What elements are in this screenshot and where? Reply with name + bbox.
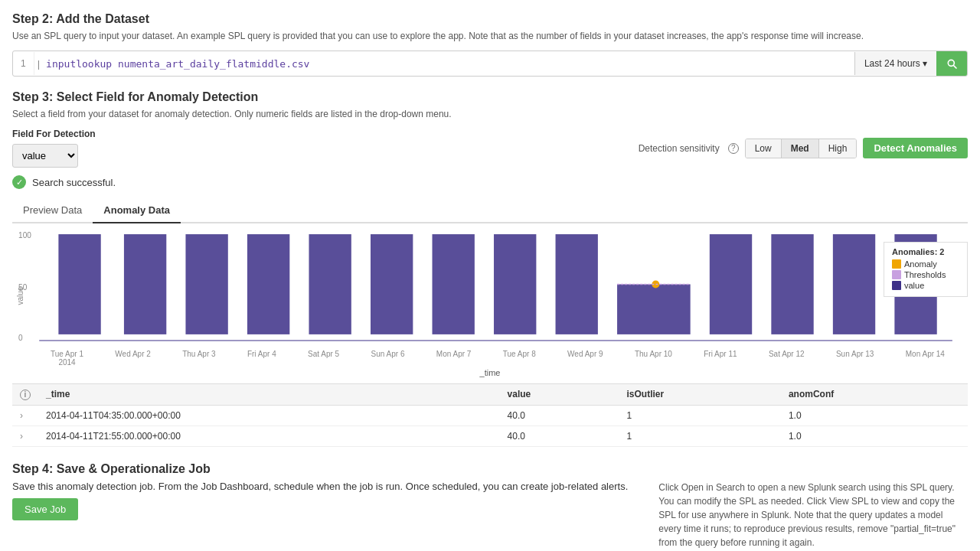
x-label-2: Thu Apr 3	[182, 350, 215, 367]
svg-rect-16	[771, 234, 813, 334]
success-message: ✓ Search successful.	[12, 175, 968, 189]
legend-anomaly: Anomaly	[892, 259, 959, 269]
step2-title: Step 2: Add the Dataset	[12, 12, 968, 26]
svg-text:0: 0	[18, 334, 23, 342]
svg-text:100: 100	[18, 231, 31, 240]
x-label-6: Mon Apr 7	[436, 350, 472, 367]
detect-anomalies-button[interactable]: Detect Anomalies	[863, 138, 968, 158]
svg-rect-17	[833, 234, 875, 334]
x-label-11: Sat Apr 12	[769, 350, 805, 367]
spl-query-input[interactable]	[43, 52, 854, 76]
row2-value: 40.0	[500, 425, 619, 446]
svg-rect-6	[185, 234, 227, 334]
svg-rect-9	[371, 234, 413, 334]
step4-left: Save this anomaly detection job. From th…	[12, 481, 628, 520]
tab-preview-data[interactable]: Preview Data	[12, 198, 93, 223]
table-row: › 2014-04-11T21:55:00.000+00:00 40.0 1 1…	[12, 425, 968, 446]
col-isoutlier: isOutlier	[619, 384, 781, 406]
svg-rect-11	[494, 234, 536, 334]
step3-description: Select a field from your dataset for ano…	[12, 109, 968, 119]
row1-anomconf: 1.0	[781, 405, 968, 425]
svg-rect-4	[58, 234, 100, 334]
row1-value: 40.0	[500, 405, 619, 425]
step4-title: Step 4: Save & Operationalize Job	[12, 462, 968, 476]
legend-value-label: value	[904, 281, 924, 290]
x-label-7: Tue Apr 8	[503, 350, 536, 367]
legend-thresholds-label: Thresholds	[904, 270, 946, 279]
save-job-button[interactable]: Save Job	[12, 498, 78, 520]
spl-line-number: 1	[13, 52, 34, 75]
x-label-12: Sun Apr 13	[836, 350, 874, 367]
legend-thresholds-color	[892, 270, 901, 279]
info-icon[interactable]: i	[20, 390, 31, 400]
row2-anomconf: 1.0	[781, 425, 968, 446]
row2-time: 2014-04-11T21:55:00.000+00:00	[38, 425, 500, 446]
sensitivity-low-button[interactable]: Low	[746, 139, 782, 158]
step4-left-description: Save this anomaly detection job. From th…	[12, 481, 628, 492]
col-time: _time	[38, 384, 500, 406]
anomaly-table: i _time value isOutlier anomConf › 2014-…	[12, 383, 968, 447]
col-info: i	[12, 384, 38, 406]
x-label-4: Sat Apr 5	[308, 350, 339, 367]
row1-expand[interactable]: ›	[12, 405, 38, 425]
x-label-8: Wed Apr 9	[567, 350, 603, 367]
row2-expand[interactable]: ›	[12, 425, 38, 446]
x-label-0: Tue Apr 12014	[51, 350, 83, 367]
svg-rect-13	[617, 284, 691, 334]
col-anomconf: anomConf	[781, 384, 968, 406]
legend-thresholds: Thresholds	[892, 270, 959, 279]
x-label-5: Sun Apr 6	[371, 350, 405, 367]
field-left: Field For Detection value	[12, 129, 96, 168]
step4-right-description: Click Open in Search to open a new Splun…	[658, 481, 968, 549]
svg-rect-5	[124, 234, 166, 334]
tab-anomaly-data[interactable]: Anomaly Data	[93, 198, 181, 223]
chart-legend: Anomalies: 2 Anomaly Thresholds value	[884, 242, 968, 297]
step4-content: Save this anomaly detection job. From th…	[12, 481, 968, 551]
anomaly-chart: 100 50 0 value	[12, 227, 968, 350]
sensitivity-high-button[interactable]: High	[819, 139, 857, 158]
search-icon	[946, 57, 958, 70]
step3-title: Step 3: Select Field for Anomaly Detecti…	[12, 90, 968, 104]
sensitivity-med-button[interactable]: Med	[782, 139, 819, 158]
legend-value-color	[892, 281, 901, 290]
spl-pipe: |	[34, 52, 43, 76]
detection-right: Detection sensitivity ? Low Med High Det…	[639, 138, 968, 158]
table-header-row: i _time value isOutlier anomConf	[12, 384, 968, 406]
search-button[interactable]	[936, 51, 967, 76]
svg-rect-15	[710, 234, 752, 334]
table-row: › 2014-04-11T04:35:00.000+00:00 40.0 1 1…	[12, 405, 968, 425]
sensitivity-group: Low Med High	[745, 139, 858, 158]
legend-title: Anomalies: 2	[892, 247, 959, 256]
row1-isoutlier: 1	[619, 405, 781, 425]
time-range-picker[interactable]: Last 24 hours ▾	[854, 52, 936, 75]
legend-anomaly-color	[892, 259, 901, 269]
svg-text:value: value	[16, 286, 24, 305]
svg-rect-8	[309, 234, 351, 334]
step4-right: Click Open in Search to open a new Splun…	[658, 481, 968, 551]
step2-description: Use an SPL query to input your dataset. …	[12, 31, 968, 41]
x-label-13: Mon Apr 14	[906, 350, 945, 367]
svg-rect-12	[556, 234, 598, 334]
x-axis-time-label: _time	[12, 368, 968, 377]
legend-value: value	[892, 281, 959, 290]
field-controls: Field For Detection value Detection sens…	[12, 129, 968, 168]
svg-rect-7	[247, 234, 289, 334]
success-text: Search successful.	[32, 177, 116, 188]
field-select[interactable]: value	[12, 144, 78, 168]
step3-section: Step 3: Select Field for Anomaly Detecti…	[12, 90, 968, 189]
x-label-10: Fri Apr 11	[704, 350, 737, 367]
row1-time: 2014-04-11T04:35:00.000+00:00	[38, 405, 500, 425]
legend-anomaly-label: Anomaly	[904, 259, 937, 269]
step4-section: Step 4: Save & Operationalize Job Save t…	[12, 462, 968, 551]
svg-rect-10	[433, 234, 475, 334]
col-value: value	[500, 384, 619, 406]
x-label-9: Thu Apr 10	[635, 350, 672, 367]
field-label: Field For Detection	[12, 129, 96, 139]
chart-area: 100 50 0 value	[12, 227, 968, 350]
field-for-detection-group: Field For Detection value	[12, 129, 96, 168]
x-label-3: Fri Apr 4	[247, 350, 276, 367]
sensitivity-help-icon[interactable]: ?	[728, 143, 739, 154]
detection-sensitivity-label: Detection sensitivity	[639, 143, 720, 154]
spl-input-bar: 1 | Last 24 hours ▾	[12, 51, 968, 77]
tabs: Preview Data Anomaly Data	[12, 198, 968, 223]
